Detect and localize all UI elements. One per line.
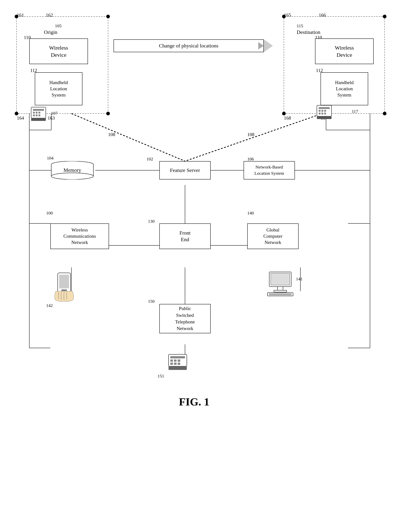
svg-rect-70 <box>170 356 185 358</box>
svg-rect-44 <box>31 118 46 121</box>
svg-rect-47 <box>319 110 321 112</box>
ref-166: 166 <box>319 12 326 18</box>
change-locations-box: Change of physical locations <box>113 39 264 52</box>
svg-point-9 <box>383 112 386 115</box>
ref-105-arrow: 105 <box>55 23 62 28</box>
svg-rect-62 <box>278 287 283 290</box>
svg-rect-37 <box>33 109 44 111</box>
ref-141: 141 <box>296 276 303 282</box>
svg-rect-74 <box>170 363 173 365</box>
svg-point-5 <box>106 112 110 115</box>
ref-142: 142 <box>46 303 53 308</box>
ref-115: 115 <box>297 23 303 28</box>
svg-point-4 <box>15 112 18 115</box>
label-origin: Origin <box>44 29 57 35</box>
svg-rect-38 <box>33 112 35 114</box>
ref-108b: 108 <box>247 132 254 137</box>
phone-bottom-icon <box>167 353 189 373</box>
svg-rect-65 <box>269 293 292 295</box>
handheld-right-box: Handheld Location System <box>321 72 368 105</box>
ref-104: 104 <box>47 156 54 161</box>
feature-server-box: Feature Server <box>159 161 211 179</box>
svg-rect-52 <box>324 113 326 114</box>
svg-line-10 <box>71 114 185 161</box>
svg-rect-46 <box>319 107 330 109</box>
ref-165: 165 <box>284 12 291 18</box>
svg-point-7 <box>383 15 386 18</box>
ref-140: 140 <box>247 211 254 216</box>
ref-168: 168 <box>284 115 291 121</box>
ref-162: 162 <box>46 12 53 18</box>
ref-117: 117 <box>352 109 358 114</box>
svg-rect-71 <box>170 359 173 362</box>
ref-107: 107 <box>51 111 57 116</box>
ref-130: 130 <box>148 219 155 224</box>
svg-point-58 <box>51 173 93 179</box>
svg-rect-51 <box>321 113 323 114</box>
ref-151: 151 <box>158 374 164 378</box>
svg-rect-41 <box>33 114 35 116</box>
ref-161: 161 <box>17 12 24 18</box>
wireless-device-right-box: Wireless Device <box>315 38 374 64</box>
handheld-left-box: Handheld Location System <box>35 72 83 105</box>
svg-rect-75 <box>174 363 177 365</box>
global-network-box: Global Computer Network <box>247 223 298 249</box>
diagram: 161 162 164 163 165 166 168 167 Origin 1… <box>11 11 398 520</box>
svg-rect-40 <box>38 112 40 114</box>
label-destination: Destination <box>297 29 320 35</box>
svg-rect-39 <box>36 112 37 114</box>
ref-163: 163 <box>48 115 55 121</box>
svg-rect-50 <box>319 113 321 114</box>
network-location-box: Network-Based Location System <box>244 161 295 179</box>
svg-rect-48 <box>321 110 323 112</box>
svg-rect-42 <box>36 114 37 116</box>
svg-rect-72 <box>174 359 177 362</box>
public-switched-box: Public Switched Telephone Network <box>159 304 211 333</box>
svg-rect-67 <box>59 275 69 288</box>
wireless-comm-network-box: Wireless Communications Network <box>50 223 109 249</box>
ref-106: 106 <box>247 156 254 162</box>
front-end-box: Front End <box>159 223 211 249</box>
phone-left-icon <box>29 106 48 123</box>
svg-point-3 <box>106 15 110 18</box>
fig-label: FIG. 1 <box>158 395 231 408</box>
ref-150: 150 <box>148 299 155 304</box>
ref-108a: 108 <box>108 132 115 137</box>
svg-rect-63 <box>274 290 287 292</box>
ref-100: 100 <box>46 211 53 216</box>
svg-text:Memory: Memory <box>64 167 81 173</box>
memory-box: Memory <box>50 161 94 179</box>
ref-164: 164 <box>17 115 24 121</box>
svg-rect-53 <box>317 116 332 119</box>
svg-rect-73 <box>178 359 180 362</box>
svg-point-8 <box>282 112 286 115</box>
computer-icon <box>266 271 295 297</box>
svg-rect-43 <box>38 114 40 116</box>
svg-rect-61 <box>271 273 290 285</box>
phone-right-icon <box>315 104 333 122</box>
svg-rect-49 <box>324 110 326 112</box>
mobile-phone-icon <box>50 271 78 305</box>
svg-line-11 <box>185 114 322 161</box>
ref-102: 102 <box>147 156 153 162</box>
svg-rect-76 <box>178 363 180 365</box>
wireless-device-left-box: Wireless Device <box>29 38 88 64</box>
change-locations-text: Change of physical locations <box>159 43 218 49</box>
svg-rect-77 <box>168 366 187 370</box>
